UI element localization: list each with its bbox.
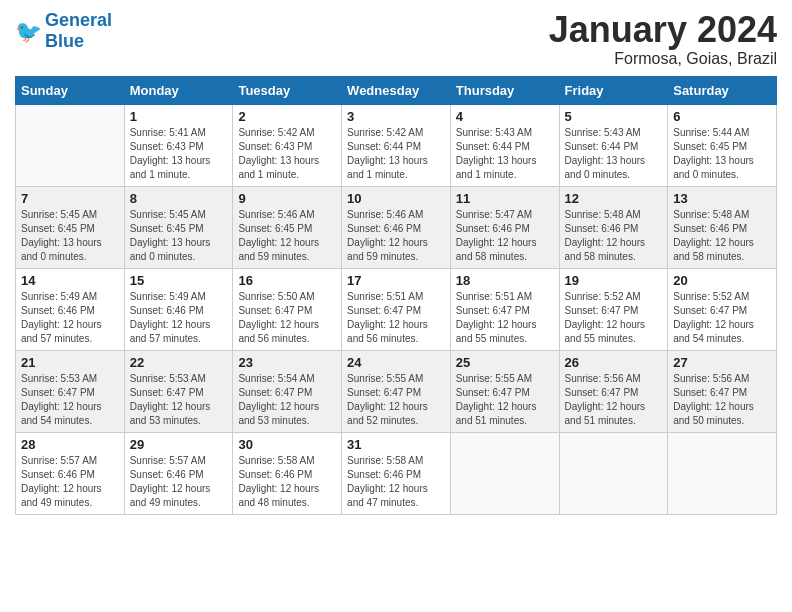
day-number: 13 [673, 191, 771, 206]
day-number: 14 [21, 273, 119, 288]
weekday-header-saturday: Saturday [668, 76, 777, 104]
logo-line1: General [45, 10, 112, 30]
calendar-cell: 14Sunrise: 5:49 AM Sunset: 6:46 PM Dayli… [16, 268, 125, 350]
calendar-cell [16, 104, 125, 186]
weekday-header-thursday: Thursday [450, 76, 559, 104]
day-info: Sunrise: 5:48 AM Sunset: 6:46 PM Dayligh… [673, 208, 771, 264]
calendar-cell: 16Sunrise: 5:50 AM Sunset: 6:47 PM Dayli… [233, 268, 342, 350]
calendar-cell: 12Sunrise: 5:48 AM Sunset: 6:46 PM Dayli… [559, 186, 668, 268]
day-number: 21 [21, 355, 119, 370]
day-info: Sunrise: 5:51 AM Sunset: 6:47 PM Dayligh… [456, 290, 554, 346]
day-info: Sunrise: 5:57 AM Sunset: 6:46 PM Dayligh… [21, 454, 119, 510]
calendar-cell [450, 432, 559, 514]
svg-text:🐦: 🐦 [15, 17, 43, 44]
day-info: Sunrise: 5:53 AM Sunset: 6:47 PM Dayligh… [21, 372, 119, 428]
logo: 🐦 General Blue [15, 10, 112, 51]
day-number: 25 [456, 355, 554, 370]
calendar-cell: 3Sunrise: 5:42 AM Sunset: 6:44 PM Daylig… [342, 104, 451, 186]
day-number: 17 [347, 273, 445, 288]
day-number: 31 [347, 437, 445, 452]
day-info: Sunrise: 5:46 AM Sunset: 6:46 PM Dayligh… [347, 208, 445, 264]
day-info: Sunrise: 5:54 AM Sunset: 6:47 PM Dayligh… [238, 372, 336, 428]
day-info: Sunrise: 5:49 AM Sunset: 6:46 PM Dayligh… [21, 290, 119, 346]
logo-icon: 🐦 [15, 17, 43, 45]
day-number: 16 [238, 273, 336, 288]
calendar-cell: 1Sunrise: 5:41 AM Sunset: 6:43 PM Daylig… [124, 104, 233, 186]
day-info: Sunrise: 5:53 AM Sunset: 6:47 PM Dayligh… [130, 372, 228, 428]
day-number: 29 [130, 437, 228, 452]
day-number: 6 [673, 109, 771, 124]
calendar-week-5: 28Sunrise: 5:57 AM Sunset: 6:46 PM Dayli… [16, 432, 777, 514]
day-number: 19 [565, 273, 663, 288]
day-number: 23 [238, 355, 336, 370]
logo-text: General Blue [45, 10, 112, 51]
calendar-cell: 2Sunrise: 5:42 AM Sunset: 6:43 PM Daylig… [233, 104, 342, 186]
location-title: Formosa, Goias, Brazil [549, 50, 777, 68]
day-info: Sunrise: 5:45 AM Sunset: 6:45 PM Dayligh… [130, 208, 228, 264]
day-info: Sunrise: 5:56 AM Sunset: 6:47 PM Dayligh… [565, 372, 663, 428]
calendar-week-1: 1Sunrise: 5:41 AM Sunset: 6:43 PM Daylig… [16, 104, 777, 186]
day-number: 7 [21, 191, 119, 206]
day-info: Sunrise: 5:55 AM Sunset: 6:47 PM Dayligh… [347, 372, 445, 428]
day-number: 12 [565, 191, 663, 206]
calendar-cell: 28Sunrise: 5:57 AM Sunset: 6:46 PM Dayli… [16, 432, 125, 514]
day-number: 4 [456, 109, 554, 124]
calendar-cell: 18Sunrise: 5:51 AM Sunset: 6:47 PM Dayli… [450, 268, 559, 350]
calendar-cell: 5Sunrise: 5:43 AM Sunset: 6:44 PM Daylig… [559, 104, 668, 186]
calendar-cell: 24Sunrise: 5:55 AM Sunset: 6:47 PM Dayli… [342, 350, 451, 432]
month-title: January 2024 [549, 10, 777, 50]
day-info: Sunrise: 5:42 AM Sunset: 6:43 PM Dayligh… [238, 126, 336, 182]
calendar-cell: 30Sunrise: 5:58 AM Sunset: 6:46 PM Dayli… [233, 432, 342, 514]
day-info: Sunrise: 5:48 AM Sunset: 6:46 PM Dayligh… [565, 208, 663, 264]
calendar-cell: 26Sunrise: 5:56 AM Sunset: 6:47 PM Dayli… [559, 350, 668, 432]
calendar-cell: 10Sunrise: 5:46 AM Sunset: 6:46 PM Dayli… [342, 186, 451, 268]
day-info: Sunrise: 5:45 AM Sunset: 6:45 PM Dayligh… [21, 208, 119, 264]
day-number: 9 [238, 191, 336, 206]
day-number: 1 [130, 109, 228, 124]
calendar-cell: 8Sunrise: 5:45 AM Sunset: 6:45 PM Daylig… [124, 186, 233, 268]
day-number: 28 [21, 437, 119, 452]
day-number: 15 [130, 273, 228, 288]
calendar-cell: 23Sunrise: 5:54 AM Sunset: 6:47 PM Dayli… [233, 350, 342, 432]
weekday-header-monday: Monday [124, 76, 233, 104]
day-number: 30 [238, 437, 336, 452]
weekday-header-tuesday: Tuesday [233, 76, 342, 104]
day-info: Sunrise: 5:42 AM Sunset: 6:44 PM Dayligh… [347, 126, 445, 182]
day-info: Sunrise: 5:57 AM Sunset: 6:46 PM Dayligh… [130, 454, 228, 510]
calendar-cell: 17Sunrise: 5:51 AM Sunset: 6:47 PM Dayli… [342, 268, 451, 350]
calendar-cell: 25Sunrise: 5:55 AM Sunset: 6:47 PM Dayli… [450, 350, 559, 432]
day-info: Sunrise: 5:49 AM Sunset: 6:46 PM Dayligh… [130, 290, 228, 346]
day-number: 10 [347, 191, 445, 206]
calendar-cell: 6Sunrise: 5:44 AM Sunset: 6:45 PM Daylig… [668, 104, 777, 186]
weekday-header-sunday: Sunday [16, 76, 125, 104]
calendar-week-2: 7Sunrise: 5:45 AM Sunset: 6:45 PM Daylig… [16, 186, 777, 268]
calendar-cell: 27Sunrise: 5:56 AM Sunset: 6:47 PM Dayli… [668, 350, 777, 432]
calendar-cell: 19Sunrise: 5:52 AM Sunset: 6:47 PM Dayli… [559, 268, 668, 350]
calendar-cell: 21Sunrise: 5:53 AM Sunset: 6:47 PM Dayli… [16, 350, 125, 432]
day-number: 22 [130, 355, 228, 370]
calendar-cell: 11Sunrise: 5:47 AM Sunset: 6:46 PM Dayli… [450, 186, 559, 268]
day-info: Sunrise: 5:41 AM Sunset: 6:43 PM Dayligh… [130, 126, 228, 182]
day-number: 26 [565, 355, 663, 370]
day-info: Sunrise: 5:43 AM Sunset: 6:44 PM Dayligh… [456, 126, 554, 182]
calendar-week-3: 14Sunrise: 5:49 AM Sunset: 6:46 PM Dayli… [16, 268, 777, 350]
day-info: Sunrise: 5:47 AM Sunset: 6:46 PM Dayligh… [456, 208, 554, 264]
day-info: Sunrise: 5:55 AM Sunset: 6:47 PM Dayligh… [456, 372, 554, 428]
page: 🐦 General Blue January 2024 Formosa, Goi… [0, 0, 792, 612]
calendar-cell: 9Sunrise: 5:46 AM Sunset: 6:45 PM Daylig… [233, 186, 342, 268]
calendar-cell: 7Sunrise: 5:45 AM Sunset: 6:45 PM Daylig… [16, 186, 125, 268]
day-number: 20 [673, 273, 771, 288]
calendar-cell: 13Sunrise: 5:48 AM Sunset: 6:46 PM Dayli… [668, 186, 777, 268]
calendar-cell: 29Sunrise: 5:57 AM Sunset: 6:46 PM Dayli… [124, 432, 233, 514]
header: 🐦 General Blue January 2024 Formosa, Goi… [15, 10, 777, 68]
day-info: Sunrise: 5:44 AM Sunset: 6:45 PM Dayligh… [673, 126, 771, 182]
calendar-cell [559, 432, 668, 514]
day-number: 11 [456, 191, 554, 206]
calendar-cell [668, 432, 777, 514]
day-number: 27 [673, 355, 771, 370]
day-number: 18 [456, 273, 554, 288]
day-info: Sunrise: 5:43 AM Sunset: 6:44 PM Dayligh… [565, 126, 663, 182]
day-info: Sunrise: 5:52 AM Sunset: 6:47 PM Dayligh… [565, 290, 663, 346]
calendar-cell: 31Sunrise: 5:58 AM Sunset: 6:46 PM Dayli… [342, 432, 451, 514]
day-number: 24 [347, 355, 445, 370]
